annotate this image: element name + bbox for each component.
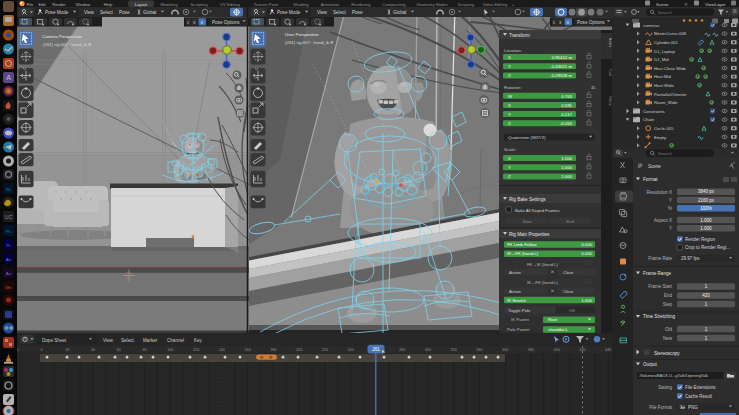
svg-text:View: View <box>317 10 328 15</box>
svg-text:Format: Format <box>643 177 658 182</box>
svg-text:Resolution X: Resolution X <box>646 190 672 195</box>
svg-text:IK→FK (hand.L): IK→FK (hand.L) <box>527 280 559 285</box>
svg-text:FK Limb Follow: FK Limb Follow <box>507 242 538 247</box>
svg-text:240: 240 <box>347 348 353 352</box>
svg-text:-0.29558 m: -0.29558 m <box>550 73 572 78</box>
svg-text:New: New <box>663 336 673 341</box>
svg-text:shoulder.L: shoulder.L <box>548 327 568 332</box>
svg-text:340: 340 <box>476 348 482 352</box>
svg-text:Step: Step <box>663 302 673 307</box>
svg-text:Room_Wide: Room_Wide <box>654 100 678 105</box>
svg-text:PNG: PNG <box>688 405 698 410</box>
svg-text:400: 400 <box>554 348 560 352</box>
svg-text:End: End <box>664 293 673 298</box>
svg-text:Cache Result: Cache Result <box>685 394 713 399</box>
svg-text:0.000: 0.000 <box>581 242 592 247</box>
svg-text:Time Stretching: Time Stretching <box>643 314 675 319</box>
svg-text:1.000: 1.000 <box>700 218 712 223</box>
svg-text:0: 0 <box>40 348 42 352</box>
svg-text:X: X <box>508 55 511 60</box>
svg-text:X: X <box>567 20 570 25</box>
svg-text:0.763: 0.763 <box>561 94 572 99</box>
svg-text:BézierCurve.008: BézierCurve.008 <box>654 31 687 36</box>
svg-text:View: View <box>103 338 114 343</box>
svg-text:Frame Range: Frame Range <box>643 271 672 276</box>
svg-text:Key: Key <box>194 338 203 343</box>
svg-text:View: View <box>84 10 95 15</box>
svg-text:20: 20 <box>65 348 69 352</box>
svg-text:IK Parent: IK Parent <box>511 317 530 322</box>
svg-text:1.000: 1.000 <box>700 226 712 231</box>
svg-text:Marker: Marker <box>143 338 158 343</box>
svg-text:IK→FK (hand.L): IK→FK (hand.L) <box>507 251 539 256</box>
svg-text:Global: Global <box>143 10 156 15</box>
svg-text:Saving: Saving <box>658 385 672 390</box>
svg-text:Toggle Pole: Toggle Pole <box>508 308 531 313</box>
svg-text:Scene: Scene <box>648 164 661 169</box>
svg-text:Y: Y <box>669 226 672 231</box>
svg-text:Host Close Wide: Host Close Wide <box>654 66 687 71</box>
svg-text:Pole Parent: Pole Parent <box>507 327 530 332</box>
svg-text:Channel: Channel <box>167 338 184 343</box>
svg-text:-20: -20 <box>13 348 19 352</box>
svg-text:Pose Mode: Pose Mode <box>277 10 301 15</box>
svg-text:Y: Y <box>508 112 511 117</box>
svg-text:Quaternion (WXYZ): Quaternion (WXYZ) <box>508 135 546 140</box>
svg-text:200: 200 <box>296 348 302 352</box>
svg-text:Dope Sheet: Dope Sheet <box>42 338 67 343</box>
svg-text:Host Mid: Host Mid <box>654 74 672 79</box>
svg-text:/Volumes/BACK U...gTalk/Openin: /Volumes/BACK U...gTalk/OpeningTalk <box>640 373 708 378</box>
svg-text:280: 280 <box>399 348 405 352</box>
svg-text:%: % <box>668 206 672 211</box>
svg-text:User Perspective: User Perspective <box>285 32 319 37</box>
svg-text:Start: Start <box>522 219 532 224</box>
svg-text:1.000: 1.000 <box>561 165 572 170</box>
svg-text:40: 40 <box>91 348 95 352</box>
svg-text:440: 440 <box>605 348 611 352</box>
svg-text:Search: Search <box>658 151 672 156</box>
svg-text:Action: Action <box>509 270 522 275</box>
svg-text:180: 180 <box>270 348 276 352</box>
svg-text:220: 220 <box>322 348 328 352</box>
svg-text:DJ_Mid: DJ_Mid <box>654 57 669 62</box>
svg-text:-0.263: -0.263 <box>560 121 573 126</box>
svg-text:100%: 100% <box>700 206 712 211</box>
svg-text:100: 100 <box>167 348 173 352</box>
svg-text:Aspect X: Aspect X <box>654 218 672 223</box>
svg-text:X: X <box>508 103 511 108</box>
svg-text:Stereoscopy: Stereoscopy <box>654 351 680 356</box>
svg-text:FK→IK (hand.L): FK→IK (hand.L) <box>527 262 559 267</box>
svg-text:Output: Output <box>643 362 658 367</box>
svg-text:0.000: 0.000 <box>581 251 592 256</box>
svg-text:Y: Y <box>508 64 511 69</box>
svg-text:Y: Y <box>669 198 672 203</box>
svg-text:80: 80 <box>142 348 146 352</box>
svg-text:Select: Select <box>333 10 346 15</box>
svg-text:60: 60 <box>117 348 121 352</box>
svg-text:(261) rig.007 : hand_ik.R: (261) rig.007 : hand_ik.R <box>43 42 91 47</box>
svg-text:Select: Select <box>121 338 134 343</box>
svg-text:Pose Options: Pose Options <box>212 20 240 25</box>
svg-text:Z: Z <box>508 121 511 126</box>
svg-text:380: 380 <box>528 348 534 352</box>
svg-text:Y: Y <box>508 165 511 170</box>
svg-text:3840 px: 3840 px <box>698 189 715 194</box>
svg-text:1.000: 1.000 <box>561 156 572 161</box>
svg-text:Select: Select <box>100 10 113 15</box>
svg-text:Frame Rate: Frame Rate <box>648 256 672 261</box>
svg-text:File Extensions: File Extensions <box>685 385 716 390</box>
svg-text:Pose: Pose <box>352 10 363 15</box>
svg-text:Rig Main Properties: Rig Main Properties <box>509 232 550 237</box>
svg-text:Camera Perspective: Camera Perspective <box>42 34 82 39</box>
svg-text:X: X <box>201 20 204 25</box>
svg-text:261: 261 <box>372 347 380 352</box>
svg-text:-0.43021 m: -0.43021 m <box>550 64 572 69</box>
svg-text:300: 300 <box>425 348 431 352</box>
svg-text:Circle.005: Circle.005 <box>654 126 674 131</box>
svg-text:Scale:: Scale: <box>504 147 516 152</box>
svg-text:Transform: Transform <box>509 33 530 38</box>
svg-text:PantallaVUmeter: PantallaVUmeter <box>654 92 687 97</box>
svg-text:Frame Start: Frame Start <box>648 284 673 289</box>
svg-text:Root: Root <box>548 317 558 322</box>
svg-text:(261) rig.007 : hand_ik.R: (261) rig.007 : hand_ik.R <box>285 40 333 45</box>
